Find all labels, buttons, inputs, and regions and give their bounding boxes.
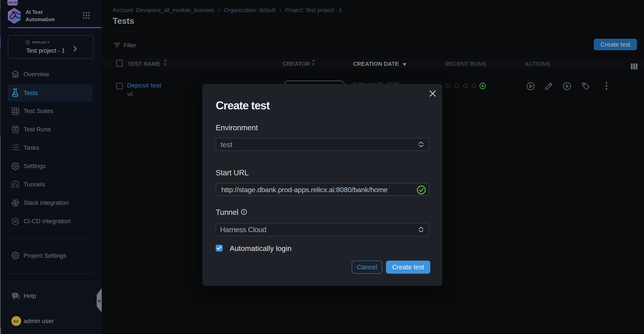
- svg-text:?: ?: [14, 293, 16, 297]
